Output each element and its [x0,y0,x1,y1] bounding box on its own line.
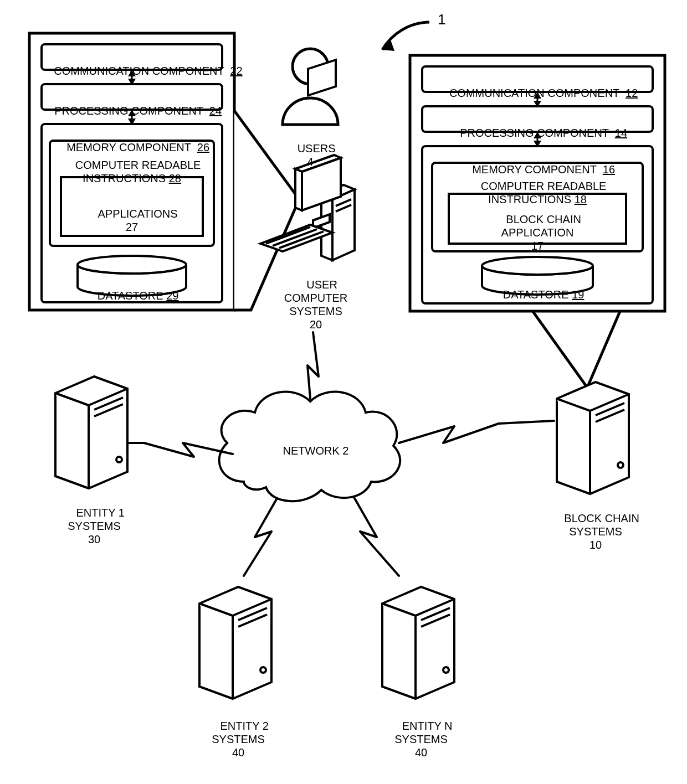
left-proc-label: PROCESSING COMPONENT 24 [42,91,222,131]
right-comm-label: COMMUNICATION COMPONENT 12 [422,73,653,113]
right-proc-label: PROCESSING COMPONENT 14 [422,113,653,153]
svg-point-8 [78,256,186,274]
figure-ref-arrow [382,22,429,51]
left-comm-label: COMMUNICATION COMPONENT 22 [42,51,222,91]
right-ds-label: DATASTORE 19 [482,275,593,314]
entityN-label: ENTITY N SYSTEMS40 [377,706,465,772]
blockchain-label: BLOCK CHAIN SYSTEMS10 [548,498,643,565]
entity1-server-icon [55,376,127,488]
diagram-stage: 1 COMMUNICATION COMPONENT 22 PROCESSING … [0,0,687,784]
entity1-label: ENTITY 1 SYSTEMS30 [50,493,139,559]
figure-ref: 1 [438,11,445,28]
right-app-label: BLOCK CHAIN APPLICATION17 [449,199,626,266]
left-ds-label: DATASTORE 29 [78,276,186,316]
entityN-server-icon [382,587,454,699]
entity2-server-icon [199,587,271,699]
left-instr-label: COMPUTER READABLE INSTRUCTIONS 28 [50,145,214,198]
svg-point-36 [443,667,449,673]
left-app-label: APPLICATIONS27 [61,194,203,247]
svg-point-33 [260,667,266,673]
users-label: USERS4 [277,128,344,182]
svg-point-27 [116,457,122,462]
svg-marker-9 [532,310,621,388]
user-computer-label: USER COMPUTER SYSTEMS20 [271,265,360,344]
network-label: NETWORK 2 [266,444,366,457]
entity2-label: ENTITY 2 SYSTEMS40 [194,706,283,772]
blockchain-server-icon [557,382,629,494]
svg-point-30 [618,462,623,468]
